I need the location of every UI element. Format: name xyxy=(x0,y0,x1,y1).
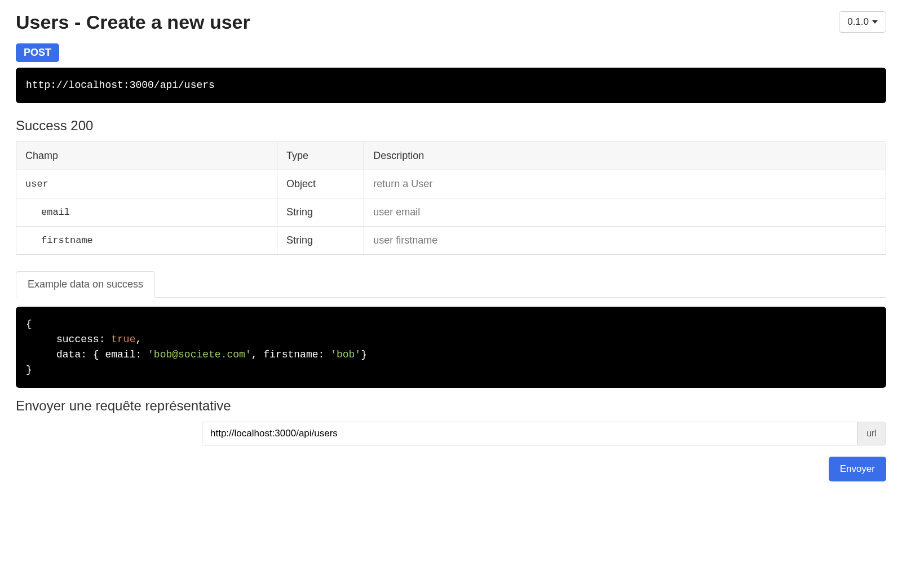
code-token: , firstname: xyxy=(251,349,330,360)
code-token: } xyxy=(26,364,32,375)
field-description: user firstname xyxy=(364,227,886,255)
code-token: 'bob' xyxy=(330,349,361,360)
sample-url-addon: url xyxy=(857,422,886,445)
code-token xyxy=(26,349,56,360)
code-token: success: xyxy=(56,334,111,345)
field-name: email xyxy=(25,207,70,218)
success-params-table: Champ Type Description user Object retur… xyxy=(16,142,886,255)
example-code-block: { success: true, data: { email: 'bob@soc… xyxy=(16,307,886,388)
code-token: } xyxy=(361,349,367,360)
col-header-description: Description xyxy=(364,142,886,170)
code-token: data: { email: xyxy=(56,349,148,360)
version-label: 0.1.0 xyxy=(847,16,869,28)
field-type: String xyxy=(277,227,364,255)
tab-example-success[interactable]: Example data on success xyxy=(16,271,155,298)
code-token: { xyxy=(26,319,32,330)
code-token xyxy=(26,334,56,345)
send-button[interactable]: Envoyer xyxy=(829,457,886,481)
table-header-row: Champ Type Description xyxy=(16,142,886,170)
sample-request-heading: Envoyer une requête représentative xyxy=(16,398,886,414)
table-row: email String user email xyxy=(16,198,886,227)
field-type: Object xyxy=(277,170,364,198)
field-description: return a User xyxy=(364,170,886,198)
table-row: firstname String user firstname xyxy=(16,227,886,255)
success-heading: Success 200 xyxy=(16,118,886,134)
code-token: , xyxy=(135,334,142,345)
sample-url-group: url xyxy=(202,422,886,445)
sample-url-input[interactable] xyxy=(202,422,857,445)
endpoint-url-block: http://localhost:3000/api/users xyxy=(16,68,886,103)
code-token: true xyxy=(111,334,135,345)
field-name: firstname xyxy=(25,235,93,246)
example-tabs: Example data on success xyxy=(16,271,886,298)
http-method-badge: POST xyxy=(16,43,59,62)
chevron-down-icon xyxy=(872,20,878,24)
page-title: Users - Create a new user xyxy=(16,11,250,33)
code-token: 'bob@societe.com' xyxy=(148,349,251,360)
col-header-type: Type xyxy=(277,142,364,170)
field-type: String xyxy=(277,198,364,227)
field-description: user email xyxy=(364,198,886,227)
version-dropdown[interactable]: 0.1.0 xyxy=(839,11,886,33)
field-name: user xyxy=(25,179,48,189)
table-row: user Object return a User xyxy=(16,170,886,198)
col-header-field: Champ xyxy=(16,142,277,170)
